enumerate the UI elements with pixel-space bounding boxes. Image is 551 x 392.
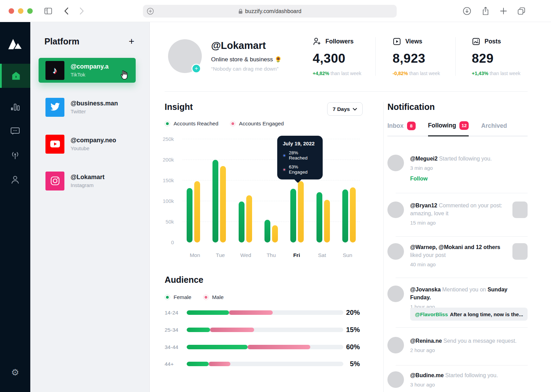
address-bar[interactable]: buzzify.com/dashboard	[143, 5, 397, 18]
legend-label: Female	[174, 294, 191, 300]
day-label: Wed	[236, 252, 256, 258]
platform-title: Platform	[44, 37, 79, 47]
sidebar-item-broadcast[interactable]	[0, 143, 30, 167]
bar-engaged[interactable]	[194, 181, 200, 243]
tab-inbox[interactable]: Inbox 8	[387, 121, 416, 136]
forward-icon[interactable]	[76, 6, 87, 17]
add-platform-button[interactable]: +	[129, 37, 134, 46]
insight-day-labels: MonTueWedThuFriSatSun	[183, 252, 360, 258]
bar-engaged[interactable]	[246, 195, 252, 243]
settings-button[interactable]: ⚙	[0, 360, 30, 384]
platform-item-instagram[interactable]: @Lokamart Instagram	[39, 168, 136, 193]
legend-label: Male	[212, 294, 224, 300]
notification-item[interactable]: @Warnep, @Mokani and 12 others liked you…	[387, 243, 528, 267]
day-label: Fri	[286, 252, 307, 258]
legend-label: Accounts Reached	[174, 121, 218, 127]
notif-user[interactable]: @Bryan12	[410, 203, 437, 208]
new-tab-icon[interactable]	[498, 6, 509, 17]
platform-item-tiktok[interactable]: ♪ @company.a TikTok	[39, 58, 136, 83]
platform-network: Instagram	[71, 182, 105, 188]
audience-track	[187, 310, 343, 315]
bar-group-Sun[interactable]	[342, 187, 356, 243]
divider	[455, 37, 456, 76]
comment-user[interactable]: @FlavorBliss	[415, 311, 448, 317]
post-thumbnail[interactable]	[512, 243, 528, 260]
tabs-overview-icon[interactable]	[516, 6, 527, 17]
bar-engaged[interactable]	[350, 187, 356, 243]
notification-tabs: Inbox 8 Following 12 Archived	[387, 121, 528, 136]
tooltip-row-engaged: 63% Engaged	[283, 164, 317, 175]
tab-following[interactable]: Following 12	[428, 121, 469, 136]
notification-item[interactable]: @Jovanska Mentioned you on Sunday Funday…	[387, 286, 528, 310]
day-label: Sun	[337, 252, 358, 258]
bar-reached[interactable]	[264, 220, 270, 243]
bar-group-Sat[interactable]	[316, 192, 330, 243]
close-window-button[interactable]	[9, 8, 14, 14]
bar-engaged[interactable]	[272, 225, 278, 243]
download-icon[interactable]	[461, 6, 472, 17]
audience-track	[187, 362, 343, 366]
bar-engaged[interactable]	[324, 200, 330, 243]
zoom-window-button[interactable]	[27, 8, 33, 14]
page-options-icon[interactable]	[146, 7, 154, 15]
notification-item[interactable]: @Renina.ne Send you a message request. 2…	[387, 337, 528, 353]
back-icon[interactable]	[61, 6, 72, 17]
bar-reached[interactable]	[187, 188, 193, 243]
notif-user[interactable]: @Jovanska	[410, 287, 441, 292]
minimize-window-button[interactable]	[18, 8, 23, 14]
stat-value: 8,923	[393, 51, 465, 66]
bar-group-Mon[interactable]	[187, 181, 200, 243]
bar-reached[interactable]	[239, 202, 245, 243]
bar-engaged[interactable]	[220, 166, 226, 243]
notification-item[interactable]: @Budine.me Started following you. 3 hour…	[387, 371, 528, 388]
notif-text: liked your post	[410, 252, 446, 258]
divider	[396, 365, 528, 365]
legend-engaged: Accounts Engaged	[230, 121, 284, 127]
bar-engaged[interactable]	[298, 181, 304, 243]
bar-group-Fri[interactable]	[290, 181, 304, 243]
bar-reached[interactable]	[290, 189, 296, 243]
insight-title: Insight	[165, 102, 193, 112]
bar-reached[interactable]	[342, 189, 348, 243]
bar-reached[interactable]	[316, 192, 322, 243]
platform-item-youtube[interactable]: @company.neo Youtube	[39, 132, 136, 156]
notification-item[interactable]: @Meguei2 Started following you. 3 min ag…	[387, 155, 528, 182]
bar-group-Thu[interactable]	[264, 220, 278, 243]
follow-button[interactable]: Follow	[410, 176, 428, 182]
sidebar-item-home[interactable]	[0, 64, 30, 88]
legend-female: Female	[165, 294, 191, 300]
share-icon[interactable]	[480, 6, 491, 17]
add-story-button[interactable]: +	[191, 64, 201, 73]
notif-user[interactable]: @Warnep, @Mokani and 12 others	[410, 244, 500, 250]
audience-track	[187, 328, 343, 332]
cursor-pointer-icon	[119, 70, 129, 81]
stat-delta: -0,82%	[393, 71, 408, 76]
post-thumbnail[interactable]	[512, 202, 528, 218]
platform-item-twitter[interactable]: @business.man Twitter	[39, 95, 136, 120]
sidebar-toggle-icon[interactable]	[43, 6, 54, 17]
tiktok-icon: ♪	[45, 61, 64, 80]
sidebar-item-analytics[interactable]	[0, 95, 30, 119]
sidebar-item-messages[interactable]	[0, 119, 30, 143]
notif-user[interactable]: @Renina.ne	[410, 338, 442, 344]
divider	[396, 327, 528, 328]
legend-dot-green	[165, 295, 170, 300]
notification-item[interactable]: @Bryan12 Commented on your post: amazing…	[387, 202, 528, 226]
tab-label: Following	[428, 122, 456, 129]
comment-preview[interactable]: @FlavorBliss After a long time, now is t…	[410, 308, 528, 321]
profile-handle: @Lokamart	[211, 40, 266, 51]
bar-reached[interactable]	[212, 160, 218, 243]
notif-user[interactable]: @Budine.me	[410, 372, 444, 378]
notif-user[interactable]: @Meguei2	[410, 156, 438, 162]
legend-dot-green	[165, 121, 170, 126]
sidebar-item-profile[interactable]	[0, 167, 30, 192]
bar-group-Tue[interactable]	[212, 160, 226, 243]
brand-logo-icon[interactable]	[8, 38, 23, 50]
avatar	[387, 286, 404, 302]
stat-label: Posts	[485, 38, 501, 45]
avatar	[387, 202, 404, 218]
stat-label: Followers	[325, 38, 354, 45]
tab-archived[interactable]: Archived	[481, 121, 507, 136]
bar-group-Wed[interactable]	[239, 195, 252, 243]
range-selector[interactable]: 7 Days	[327, 102, 363, 116]
